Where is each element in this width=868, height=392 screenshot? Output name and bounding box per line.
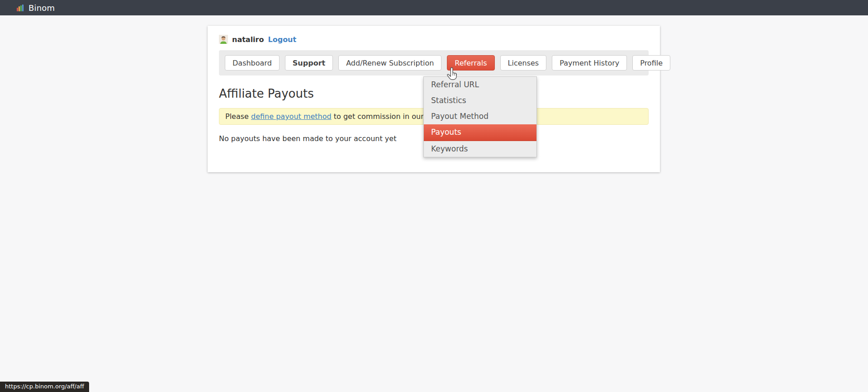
- nav-referrals-button[interactable]: Referrals: [447, 55, 494, 71]
- user-name: nataliro: [232, 35, 264, 44]
- brand-logo: Binom: [17, 3, 55, 13]
- dropdown-item-referral-url[interactable]: Referral URL: [424, 77, 536, 93]
- user-row: nataliro Logout: [219, 35, 649, 44]
- notice-text-prefix: Please: [225, 112, 251, 121]
- referrals-dropdown-menu: Referral URL Statistics Payout Method Pa…: [423, 76, 537, 157]
- dropdown-item-payouts[interactable]: Payouts: [424, 124, 536, 141]
- top-bar: Binom: [0, 0, 868, 15]
- define-payout-method-link[interactable]: define payout method: [251, 112, 332, 121]
- nav-dashboard-button[interactable]: Dashboard: [225, 55, 280, 71]
- link-status-bar: https://cp.binom.org/aff/aff: [0, 382, 89, 392]
- logout-link[interactable]: Logout: [268, 35, 296, 44]
- nav-support-button[interactable]: Support: [285, 55, 333, 71]
- nav-add-renew-subscription-button[interactable]: Add/Renew Subscription: [338, 55, 441, 71]
- user-avatar: [219, 35, 228, 44]
- nav-profile-button[interactable]: Profile: [632, 55, 670, 71]
- bar-chart-icon: [17, 5, 24, 11]
- brand-name: Binom: [28, 3, 55, 13]
- dropdown-item-keywords[interactable]: Keywords: [424, 141, 536, 157]
- nav-licenses-button[interactable]: Licenses: [500, 55, 547, 71]
- nav-bar: Dashboard Support Add/Renew Subscription…: [219, 50, 649, 76]
- dropdown-item-statistics[interactable]: Statistics: [424, 93, 536, 109]
- nav-payment-history-button[interactable]: Payment History: [552, 55, 627, 71]
- dropdown-item-payout-method[interactable]: Payout Method: [424, 109, 536, 124]
